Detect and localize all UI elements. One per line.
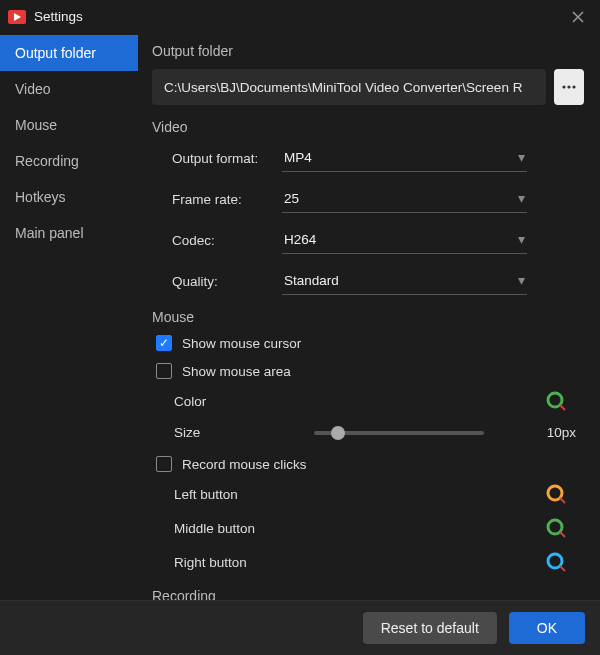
svg-point-3 [567, 85, 570, 88]
output-format-value: MP4 [284, 150, 312, 165]
chevron-down-icon: ▾ [518, 272, 525, 288]
svg-point-4 [572, 85, 575, 88]
frame-rate-value: 25 [284, 191, 299, 206]
titlebar: Settings [0, 0, 600, 33]
color-ring-icon [546, 552, 566, 572]
svg-point-8 [548, 554, 562, 568]
sidebar-item-main-panel[interactable]: Main panel [0, 215, 138, 251]
ellipsis-icon [562, 85, 576, 89]
output-format-select[interactable]: MP4 ▾ [282, 145, 527, 172]
sidebar-item-mouse[interactable]: Mouse [0, 107, 138, 143]
codec-value: H264 [284, 232, 316, 247]
output-format-label: Output format: [172, 151, 282, 166]
middle-button-label: Middle button [174, 521, 294, 536]
area-size-slider[interactable] [314, 431, 484, 435]
record-clicks-label: Record mouse clicks [182, 457, 307, 472]
output-folder-heading: Output folder [152, 43, 584, 59]
output-path-input[interactable] [152, 69, 546, 105]
chevron-down-icon: ▾ [518, 149, 525, 165]
main-panel: Output folder Video Output format: MP4 ▾… [138, 33, 600, 600]
window-title: Settings [34, 9, 83, 24]
codec-select[interactable]: H264 ▾ [282, 227, 527, 254]
chevron-down-icon: ▾ [518, 231, 525, 247]
show-cursor-label: Show mouse cursor [182, 336, 301, 351]
svg-point-2 [562, 85, 565, 88]
right-button-label: Right button [174, 555, 294, 570]
quality-select[interactable]: Standard ▾ [282, 268, 527, 295]
quality-value: Standard [284, 273, 339, 288]
chevron-down-icon: ▾ [518, 190, 525, 206]
area-size-value: 10px [547, 425, 576, 440]
close-button[interactable] [564, 3, 592, 31]
browse-button[interactable] [554, 69, 584, 105]
color-ring-icon [546, 518, 566, 538]
left-button-label: Left button [174, 487, 294, 502]
sidebar-item-video[interactable]: Video [0, 71, 138, 107]
show-area-checkbox[interactable] [156, 363, 172, 379]
record-clicks-checkbox[interactable] [156, 456, 172, 472]
sidebar: Output folder Video Mouse Recording Hotk… [0, 33, 138, 600]
app-icon [8, 8, 26, 26]
close-icon [572, 11, 584, 23]
codec-label: Codec: [172, 233, 282, 248]
show-cursor-checkbox[interactable] [156, 335, 172, 351]
mouse-heading: Mouse [152, 309, 584, 325]
svg-point-5 [548, 393, 562, 407]
reset-button[interactable]: Reset to default [363, 612, 497, 644]
slider-thumb[interactable] [331, 426, 345, 440]
svg-point-6 [548, 486, 562, 500]
right-button-color[interactable] [546, 552, 566, 572]
area-color-picker[interactable] [546, 391, 566, 411]
sidebar-item-output-folder[interactable]: Output folder [0, 35, 138, 71]
sidebar-item-recording[interactable]: Recording [0, 143, 138, 179]
video-heading: Video [152, 119, 584, 135]
footer: Reset to default OK [0, 600, 600, 655]
sidebar-item-hotkeys[interactable]: Hotkeys [0, 179, 138, 215]
frame-rate-select[interactable]: 25 ▾ [282, 186, 527, 213]
quality-label: Quality: [172, 274, 282, 289]
middle-button-color[interactable] [546, 518, 566, 538]
ok-button[interactable]: OK [509, 612, 585, 644]
area-size-label: Size [174, 425, 294, 440]
recording-heading: Recording [152, 588, 584, 600]
color-ring-icon [546, 391, 566, 411]
frame-rate-label: Frame rate: [172, 192, 282, 207]
svg-point-7 [548, 520, 562, 534]
area-color-label: Color [174, 394, 294, 409]
left-button-color[interactable] [546, 484, 566, 504]
show-area-label: Show mouse area [182, 364, 291, 379]
color-ring-icon [546, 484, 566, 504]
